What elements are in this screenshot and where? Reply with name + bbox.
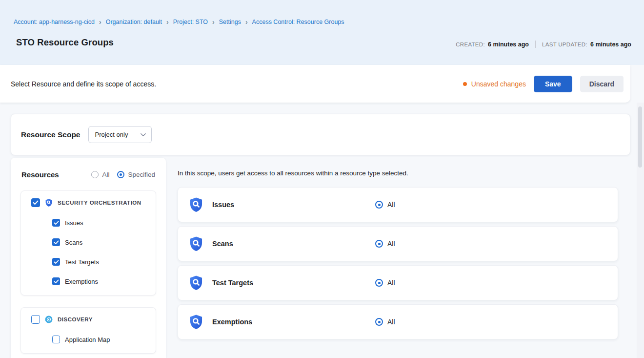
resources-title: Resources	[21, 170, 59, 179]
resource-group-security-orchestration: SECURITY ORCHESTRATION Issues Scans Test…	[20, 190, 156, 295]
unsaved-changes-indicator: Unsaved changes	[463, 80, 526, 88]
check-icon	[54, 240, 59, 245]
list-item: Exemptions	[21, 277, 156, 285]
page-header: Account: app-harness-ng-cicd › Organizat…	[0, 0, 644, 65]
breadcrumb-account-link[interactable]: Account: app-harness-ng-cicd	[14, 19, 95, 25]
resource-scope-select[interactable]: Project only	[88, 126, 152, 143]
sto-shield-icon	[188, 314, 204, 330]
resource-row-label: Exemptions	[212, 318, 252, 326]
test-targets-item-label: Test Targets	[65, 258, 99, 266]
discovery-radar-icon	[44, 315, 53, 324]
breadcrumb-project-link[interactable]: Project: STO	[173, 19, 208, 25]
list-item: Application Map	[21, 336, 156, 343]
chevron-right-icon: ›	[212, 18, 215, 25]
scrollbar-thumb[interactable]	[638, 106, 642, 168]
action-toolbar: Select Resource and define its scope of …	[0, 65, 630, 103]
resource-row-label: Scans	[212, 240, 233, 248]
breadcrumb-organization-link[interactable]: Organization: default	[106, 19, 162, 25]
save-button[interactable]: Save	[534, 76, 572, 92]
scans-checkbox[interactable]	[52, 238, 60, 246]
issues-checkbox[interactable]	[52, 219, 60, 227]
application-map-checkbox[interactable]	[52, 336, 60, 343]
resource-row-label: Issues	[212, 201, 234, 209]
resources-specified-radio[interactable]: Specified	[117, 171, 155, 178]
sto-shield-icon	[188, 235, 204, 252]
radio-icon	[91, 171, 99, 178]
discovery-label: DISCOVERY	[58, 316, 93, 322]
resource-row-scans: Scans All	[178, 226, 618, 261]
exemptions-item-label: Exemptions	[65, 278, 98, 285]
unsaved-changes-label: Unsaved changes	[471, 80, 526, 88]
chevron-down-icon	[141, 133, 146, 137]
access-all-radio[interactable]: All	[375, 318, 395, 326]
chevron-right-icon: ›	[166, 18, 169, 25]
resource-row-exemptions: Exemptions All	[178, 304, 618, 339]
breadcrumb-resource-groups-link[interactable]: Access Control: Resource Groups	[252, 19, 344, 25]
resource-row-label: Test Targets	[212, 279, 253, 287]
header-meta: CREATED: 6 minutes ago LAST UPDATED: 6 m…	[456, 41, 631, 48]
radio-checked-icon	[375, 279, 383, 287]
check-icon	[54, 221, 59, 225]
created-label: CREATED:	[456, 42, 485, 47]
sto-shield-icon	[188, 274, 204, 291]
exemptions-checkbox[interactable]	[52, 277, 60, 285]
resource-scope-label: Resource Scope	[21, 130, 80, 139]
discard-button[interactable]: Discard	[580, 76, 624, 92]
meta-divider	[535, 41, 536, 48]
access-all-radio[interactable]: All	[375, 201, 395, 209]
check-icon	[54, 279, 59, 284]
chevron-right-icon: ›	[99, 18, 101, 25]
access-all-radio[interactable]: All	[375, 279, 395, 287]
toolbar-description: Select Resource and define its scope of …	[11, 80, 156, 88]
scope-detail-panel: In this scope, users get access to all r…	[178, 169, 618, 343]
last-updated-value: 6 minutes ago	[590, 41, 631, 48]
chevron-right-icon: ›	[245, 18, 248, 25]
access-all-label: All	[387, 318, 395, 326]
resources-all-label: All	[102, 171, 109, 178]
resource-row-test-targets: Test Targets All	[178, 265, 618, 300]
sto-shield-icon	[44, 198, 53, 207]
access-all-label: All	[387, 201, 395, 209]
resources-panel: Resources All Specified SECURITY ORCHEST…	[11, 158, 166, 358]
resource-scope-selected-value: Project only	[95, 131, 128, 138]
list-item: Scans	[21, 238, 156, 246]
last-updated-label: LAST UPDATED:	[542, 42, 587, 47]
resources-specified-label: Specified	[128, 171, 155, 178]
issues-item-label: Issues	[65, 219, 83, 227]
check-icon	[33, 200, 39, 205]
security-orchestration-label: SECURITY ORCHESTRATION	[58, 200, 141, 206]
test-targets-checkbox[interactable]	[52, 258, 60, 266]
security-orchestration-checkbox[interactable]	[31, 198, 40, 207]
radio-checked-icon	[117, 171, 124, 178]
sto-shield-icon	[188, 196, 204, 213]
radio-checked-icon	[375, 201, 383, 209]
created-value: 6 minutes ago	[488, 41, 529, 48]
application-map-item-label: Application Map	[65, 336, 110, 343]
access-all-label: All	[387, 240, 395, 248]
discovery-checkbox[interactable]	[31, 315, 40, 324]
list-item: Issues	[21, 219, 156, 227]
check-icon	[54, 260, 59, 264]
resource-row-issues: Issues All	[178, 187, 618, 222]
page-title: STO Resource Groups	[16, 37, 114, 48]
radio-checked-icon	[375, 240, 383, 248]
access-all-radio[interactable]: All	[375, 240, 395, 248]
breadcrumb-settings-link[interactable]: Settings	[219, 19, 241, 25]
unsaved-dot-icon	[463, 82, 467, 86]
scans-item-label: Scans	[65, 239, 82, 246]
resources-all-radio[interactable]: All	[91, 171, 109, 178]
breadcrumb: Account: app-harness-ng-cicd › Organizat…	[14, 18, 344, 25]
access-all-label: All	[387, 279, 395, 287]
list-item: Test Targets	[21, 258, 156, 266]
resource-group-discovery: DISCOVERY Application Map	[20, 307, 156, 354]
resource-scope-card: Resource Scope Project only	[11, 114, 630, 155]
scope-description: In this scope, users get access to all r…	[178, 169, 618, 177]
radio-checked-icon	[375, 318, 383, 326]
